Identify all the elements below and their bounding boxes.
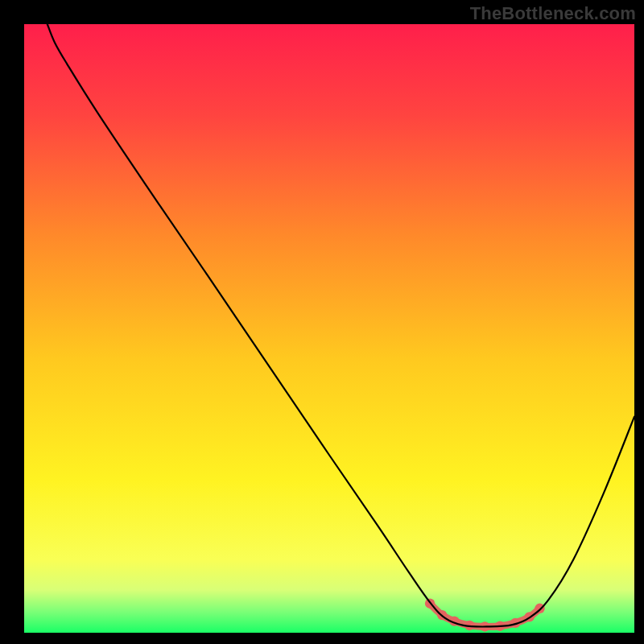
- chart-frame: TheBottleneck.com: [0, 0, 644, 644]
- watermark-text: TheBottleneck.com: [470, 3, 636, 24]
- bottleneck-chart: [0, 0, 644, 644]
- plot-background: [24, 24, 634, 633]
